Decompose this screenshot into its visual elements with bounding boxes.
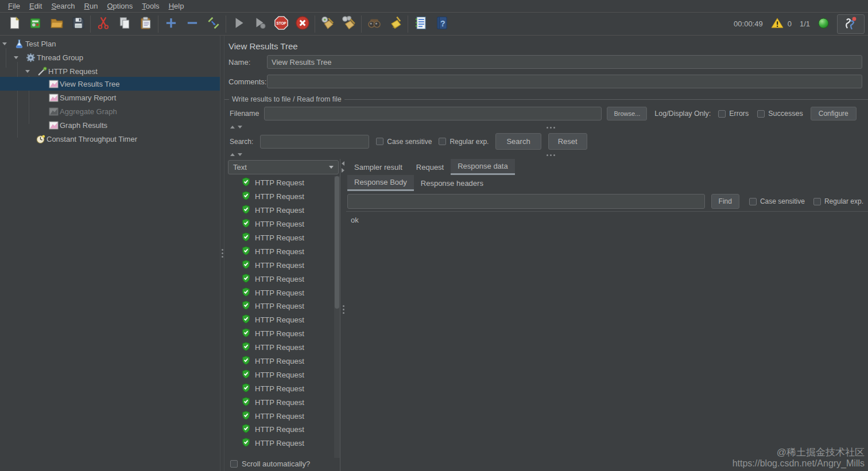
tree-node-test-plan[interactable]: Test Plan xyxy=(0,37,220,50)
sample-list-item[interactable]: HTTP Request xyxy=(228,286,340,299)
sample-list-item[interactable]: HTTP Request xyxy=(228,299,340,313)
tab-response-body[interactable]: Response Body xyxy=(347,175,414,191)
sample-list-item[interactable]: HTTP Request xyxy=(228,272,340,286)
sample-list-item[interactable]: HTTP Request xyxy=(228,190,340,204)
collapse-arrow-icon[interactable] xyxy=(25,70,30,73)
menu-options[interactable]: Options xyxy=(102,1,137,11)
splitter-right-arrow-icon[interactable] xyxy=(342,168,344,173)
sample-list-item[interactable]: HTTP Request xyxy=(228,217,340,231)
tab-response-data[interactable]: Response data xyxy=(451,159,514,175)
sample-list-item[interactable]: HTTP Request xyxy=(228,176,340,190)
warning-indicator[interactable]: 0 xyxy=(771,17,792,30)
save-button[interactable] xyxy=(67,14,88,34)
splitter-up-arrow-icon[interactable] xyxy=(230,153,235,156)
clear-button[interactable] xyxy=(317,14,338,34)
tree-node-label[interactable]: Summary Report xyxy=(60,94,116,102)
start-button[interactable] xyxy=(228,14,249,34)
browse-button[interactable]: Browse... xyxy=(607,107,647,120)
search-case-sensitive-checkbox[interactable] xyxy=(376,138,383,145)
templates-button[interactable] xyxy=(25,14,46,34)
scrollbar-thumb[interactable] xyxy=(335,176,339,309)
tree-node-label[interactable]: HTTP Request xyxy=(48,67,98,76)
sample-list-item[interactable]: HTTP Request xyxy=(228,382,340,395)
collapse-arrow-icon[interactable] xyxy=(14,56,18,59)
find-button[interactable]: Find xyxy=(711,194,739,209)
successes-checkbox[interactable] xyxy=(757,110,765,118)
search-button[interactable]: Search xyxy=(495,133,541,150)
new-file-button[interactable] xyxy=(3,14,25,34)
search-input[interactable] xyxy=(260,135,369,149)
remote-start-button[interactable] xyxy=(837,14,865,34)
response-body-content[interactable]: ok xyxy=(346,211,868,471)
menu-help[interactable]: Help xyxy=(164,1,189,11)
search-regular-exp-checkbox[interactable] xyxy=(439,138,446,145)
search-reset-button-toolbar[interactable] xyxy=(385,14,406,34)
sample-list-item[interactable]: HTTP Request xyxy=(228,355,340,368)
tree-node-label[interactable]: Test Plan xyxy=(25,40,56,48)
splitter-left-arrow-icon[interactable] xyxy=(342,161,344,166)
sample-list-item[interactable]: HTTP Request xyxy=(228,437,340,450)
sample-list-item[interactable]: HTTP Request xyxy=(228,258,340,272)
sample-list-item[interactable]: HTTP Request xyxy=(228,395,340,409)
menu-run[interactable]: Run xyxy=(80,1,103,11)
collapse-arrow-icon[interactable] xyxy=(2,42,7,45)
splitter-down-arrow-icon[interactable] xyxy=(238,126,242,129)
clear-all-button[interactable] xyxy=(338,14,359,34)
tree-node-graph-results[interactable]: Graph Results xyxy=(0,118,220,132)
sample-list-item[interactable]: HTTP Request xyxy=(228,368,340,382)
renderer-dropdown[interactable]: Text xyxy=(228,160,339,174)
horizontal-splitter[interactable] xyxy=(224,124,868,131)
open-button[interactable] xyxy=(46,14,67,34)
configure-button[interactable]: Configure xyxy=(811,107,857,120)
tab-request[interactable]: Request xyxy=(409,159,451,175)
tree-node-aggregate-graph[interactable]: Aggregate Graph xyxy=(0,104,220,118)
sample-list-item[interactable]: HTTP Request xyxy=(228,409,340,423)
sample-list-item[interactable]: HTTP Request xyxy=(228,231,340,245)
remove-element-button[interactable] xyxy=(181,14,203,34)
name-input[interactable] xyxy=(267,55,862,69)
tree-node-summary-report[interactable]: Summary Report xyxy=(0,91,220,104)
tree-node-view-results-tree[interactable]: View Results Tree xyxy=(0,77,220,91)
tree-node-label[interactable]: View Results Tree xyxy=(60,80,120,88)
tree-node-label[interactable]: Thread Group xyxy=(37,53,83,62)
tree-node-label[interactable]: Graph Results xyxy=(60,121,107,130)
paste-button[interactable] xyxy=(135,14,156,34)
menu-search[interactable]: Search xyxy=(46,1,79,11)
samples-splitter[interactable] xyxy=(340,159,346,471)
comments-input[interactable] xyxy=(267,75,862,88)
toggle-button[interactable] xyxy=(203,14,224,34)
splitter-up-arrow-icon[interactable] xyxy=(230,126,235,129)
stop-button[interactable]: STOP xyxy=(270,14,292,34)
tree-node-label[interactable]: Constant Throughput Timer xyxy=(46,135,137,143)
start-no-pauses-button[interactable] xyxy=(249,14,270,34)
samples-scrollbar[interactable] xyxy=(334,176,340,458)
sample-list-item[interactable]: HTTP Request xyxy=(228,327,340,341)
horizontal-splitter[interactable] xyxy=(224,151,868,159)
help-button[interactable]: ? xyxy=(431,14,452,34)
search-button-toolbar[interactable] xyxy=(363,14,385,34)
menu-edit[interactable]: Edit xyxy=(25,1,46,11)
sample-list-item[interactable]: HTTP Request xyxy=(228,341,340,355)
cut-button[interactable] xyxy=(92,14,114,34)
copy-button[interactable] xyxy=(114,14,135,34)
tab-response-headers[interactable]: Response headers xyxy=(414,175,490,191)
sample-list-item[interactable]: HTTP Request xyxy=(228,204,340,217)
function-helper-button[interactable] xyxy=(410,14,431,34)
shutdown-button[interactable] xyxy=(292,14,313,34)
menu-tools[interactable]: Tools xyxy=(137,1,164,11)
filename-input[interactable] xyxy=(264,107,602,120)
tree-node-http-request[interactable]: HTTP Request xyxy=(0,64,220,78)
splitter-down-arrow-icon[interactable] xyxy=(238,153,242,156)
menu-file[interactable]: File xyxy=(3,1,25,11)
find-case-sensitive-checkbox[interactable] xyxy=(749,198,757,205)
tree-node-thread-group[interactable]: Thread Group xyxy=(0,50,220,64)
sample-list-item[interactable]: HTTP Request xyxy=(228,423,340,437)
errors-checkbox[interactable] xyxy=(718,110,726,118)
sample-list-item[interactable]: HTTP Request xyxy=(228,313,340,327)
tree-node-label[interactable]: Aggregate Graph xyxy=(60,107,117,116)
tree-node-constant-throughput-timer[interactable]: Constant Throughput Timer xyxy=(0,132,220,146)
add-element-button[interactable] xyxy=(160,14,181,34)
tab-sampler-result[interactable]: Sampler result xyxy=(347,159,409,175)
tree-splitter[interactable] xyxy=(220,36,224,471)
find-regular-exp-checkbox[interactable] xyxy=(813,198,821,205)
